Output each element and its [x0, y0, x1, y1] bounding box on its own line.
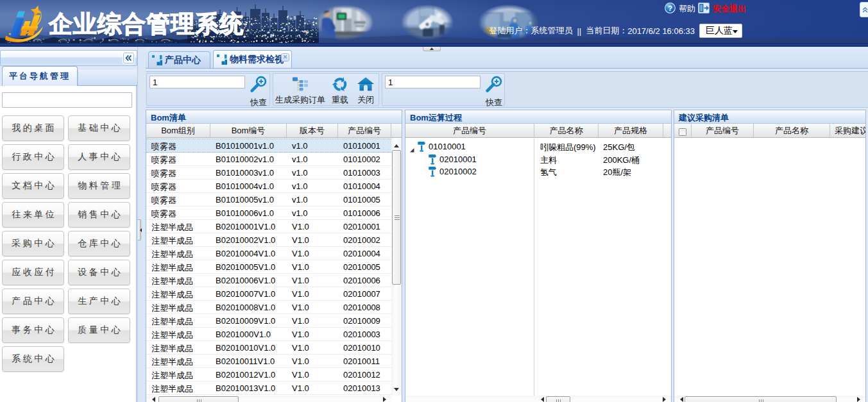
scrollbar-thumb[interactable] — [158, 396, 239, 402]
sidebar-collapse-button[interactable] — [123, 53, 134, 63]
bom-row[interactable]: 喷雾器B01010005v1.0v1.001010005 — [146, 193, 391, 206]
bom-cell: 注塑半成品 — [146, 260, 210, 273]
column-header[interactable]: 产品名称 — [754, 124, 830, 137]
horizontal-scrollbar[interactable] — [146, 396, 391, 402]
column-header[interactable]: 采购建议 — [830, 124, 865, 137]
generate-purchase-order-button[interactable]: 生成采购订单 — [273, 74, 327, 105]
bom-row[interactable]: 注塑半成品B02010002V1.0V1.002010002 — [146, 233, 391, 247]
scroll-right-button[interactable] — [661, 396, 670, 402]
theme-select[interactable]: 巨人蓝 — [699, 24, 742, 38]
sidebar-button-15[interactable]: 事务中心 — [2, 317, 64, 343]
sidebar-search-input[interactable] — [2, 92, 132, 108]
tab-product-center[interactable]: 产品中心 — [148, 51, 210, 68]
sidebar-splitter[interactable] — [137, 47, 146, 402]
sidebar-button-10[interactable]: 仓库中心 — [68, 231, 130, 256]
tab-close-icon[interactable]: ✕ — [281, 53, 289, 62]
bom-row[interactable]: 喷雾器B01010001v1.0v1.001010001 — [146, 138, 391, 153]
bom-row[interactable]: 注塑半成品B02010012V1.0V1.002010012 — [146, 368, 391, 381]
sidebar-button-12[interactable]: 设备中心 — [68, 260, 130, 285]
bom-row[interactable]: 注塑半成品B0201000V1.0V1.002010003 — [146, 328, 391, 341]
tab-material-requirement-view[interactable]: 物料需求检视 ✕ — [213, 50, 292, 68]
horizontal-scrollbar[interactable] — [535, 396, 671, 402]
sidebar-button-11[interactable]: 应收应付 — [2, 260, 64, 285]
sidebar-button-4[interactable]: 人事中心 — [68, 144, 130, 170]
sidebar-button-3[interactable]: 行政中心 — [2, 144, 64, 170]
bom-row[interactable]: 喷雾器B01010006v1.0v1.001010006 — [146, 206, 391, 220]
tree-row[interactable]: 02010001 — [405, 153, 534, 165]
bom-row[interactable]: 注塑半成品B02010010V1.0V1.002010010 — [146, 341, 391, 355]
sidebar-button-17[interactable]: 系统中心 — [2, 346, 64, 372]
tree-data-row[interactable]: 吲哚粗品(99%)25KG/包 — [535, 140, 671, 153]
tree-row[interactable]: 02010002 — [405, 165, 534, 178]
north-collapse-handle[interactable] — [423, 47, 441, 51]
bom-row[interactable]: 注塑半成品B02010008V1.0V1.002010008 — [146, 301, 391, 314]
help-link[interactable]: 帮助 — [679, 3, 695, 15]
logout-link[interactable]: 安全退出 — [713, 3, 746, 15]
bom-row[interactable]: 注塑半成品B02010009V1.0V1.002010009 — [146, 314, 391, 328]
scroll-left-button[interactable] — [148, 396, 157, 402]
sidebar-button-2[interactable]: 基础中心 — [68, 115, 130, 141]
scroll-up-button[interactable] — [391, 140, 402, 149]
quick-search-input-1[interactable] — [149, 76, 245, 88]
main-tabbar: 产品中心 物料需求检视 ✕ — [146, 47, 868, 69]
scroll-right-button[interactable] — [855, 396, 864, 402]
bom-row[interactable]: 注塑半成品B02010006V1.0V1.002010006 — [146, 274, 391, 287]
logout-icon[interactable] — [698, 3, 710, 15]
bom-cell: B02010011V1.0 — [210, 355, 287, 367]
sidebar-button-9[interactable]: 采购中心 — [2, 231, 64, 256]
sidebar-button-6[interactable]: 物料管理 — [68, 173, 130, 199]
quick-search-button-2[interactable]: 快查 — [482, 75, 504, 106]
sidebar-button-14[interactable]: 生产中心 — [68, 289, 130, 314]
scroll-left-button[interactable] — [676, 396, 685, 402]
bom-row[interactable]: 喷雾器B01010004v1.0v1.001010004 — [146, 180, 391, 193]
column-header[interactable]: 产品规格 — [599, 124, 663, 137]
horizontal-scrollbar[interactable] — [674, 396, 865, 402]
close-button[interactable]: 关闭 — [353, 74, 379, 105]
column-header[interactable]: 产品编号 — [692, 124, 754, 137]
bom-row[interactable]: 注塑半成品B02010005V1.0V1.002010005 — [146, 260, 391, 274]
tree-data-row[interactable]: 氢气20瓶/架 — [535, 165, 671, 178]
header-collapse-button[interactable] — [860, 2, 868, 17]
vertical-scrollbar[interactable] — [391, 138, 402, 396]
module-icon — [152, 55, 162, 65]
user-status-line: 登陆用户：系统管理员 || 当前日期：2017/6/2 16:06:33 — [489, 26, 695, 36]
tree-row[interactable]: 01010001 — [405, 140, 534, 153]
scrollbar-thumb[interactable] — [685, 396, 837, 402]
sidebar-button-7[interactable]: 往来单位 — [2, 202, 64, 228]
quick-search-button-1[interactable]: 快查 — [247, 75, 269, 106]
suggested-purchase-header: 产品编号产品名称采购建议 — [674, 124, 865, 138]
sidebar-button-13[interactable]: 产品中心 — [2, 289, 64, 314]
sidebar-button-5[interactable]: 文档中心 — [2, 173, 64, 199]
column-header[interactable]: 产品名称 — [534, 124, 599, 137]
tab-platform-navigation[interactable]: 平台导航管理 — [2, 66, 78, 86]
app-header: 企业综合管理系统 ? 帮助 安全退出 登陆用户：系统管理员 || 当前日期：20… — [0, 0, 868, 47]
tree-data-row[interactable]: 主料200KG/桶 — [535, 153, 671, 165]
scroll-left-button[interactable] — [536, 396, 545, 402]
column-header[interactable]: 产品编号 — [405, 124, 534, 137]
panel-bom-process: Bom运算过程 产品编号产品名称产品规格 0101000102010001020… — [405, 110, 672, 402]
scroll-right-button[interactable] — [381, 396, 390, 402]
bom-row[interactable]: 喷雾器B01010003v1.0v1.001010003 — [146, 166, 391, 180]
sidebar-button-8[interactable]: 销售中心 — [68, 202, 130, 228]
bom-row[interactable]: 注塑半成品B02010011V1.0V1.002010011 — [146, 355, 391, 368]
scroll-down-button[interactable] — [391, 386, 402, 395]
sidebar-button-16[interactable]: 质量中心 — [68, 317, 130, 343]
column-header[interactable]: Bom组别 — [146, 124, 210, 137]
bom-cell: 02010008 — [338, 301, 391, 314]
quick-search-input-2[interactable] — [385, 76, 481, 88]
bom-row[interactable]: 注塑半成品B02010007V1.0V1.002010007 — [146, 287, 391, 301]
splitter-collapse-handle[interactable] — [138, 219, 141, 240]
column-header[interactable]: Bom编号 — [210, 124, 287, 137]
scrollbar-thumb[interactable] — [546, 396, 570, 402]
bom-row[interactable]: 喷雾器B01010002v1.0v1.001010002 — [146, 153, 391, 166]
bom-row[interactable]: 注塑半成品B02010001V1.0V1.002010001 — [146, 220, 391, 233]
select-all-checkbox[interactable] — [679, 128, 686, 136]
bom-row[interactable]: 注塑半成品B02010004V1.0V1.002010004 — [146, 247, 391, 260]
sidebar-button-1[interactable]: 我的桌面 — [2, 115, 64, 141]
column-header[interactable]: 产品编号 — [338, 124, 391, 137]
column-header[interactable]: 版本号 — [287, 124, 338, 137]
reload-button[interactable]: 重载 — [327, 74, 353, 105]
bom-row[interactable]: 注塑半成品B02010013V1.0V1.002010013 — [146, 381, 391, 395]
scrollbar-thumb[interactable] — [392, 150, 401, 285]
help-icon[interactable]: ? — [665, 3, 676, 15]
